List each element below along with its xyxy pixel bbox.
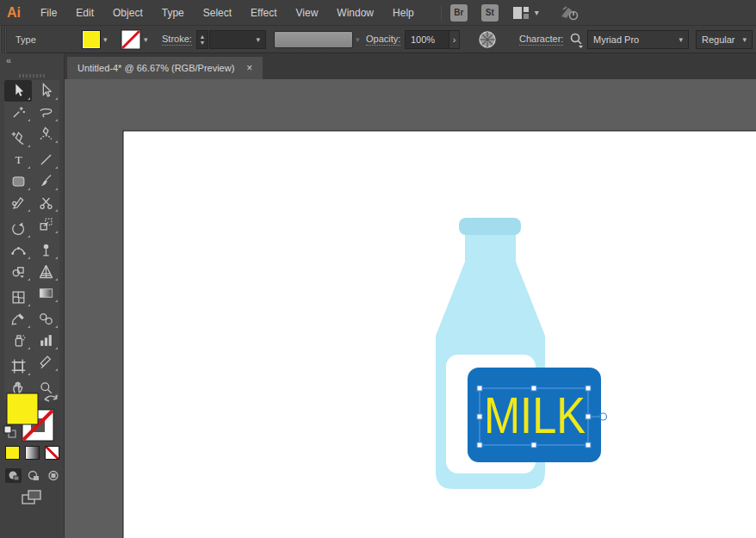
canvas[interactable]: MILK (65, 79, 756, 538)
stroke-chevron-icon[interactable]: ▾ (144, 35, 148, 44)
stroke-weight-chevron-icon[interactable]: ▾ (256, 35, 260, 44)
width-profile-dropdown[interactable]: ▾ (274, 26, 360, 53)
panel-grip[interactable] (19, 74, 45, 77)
opacity-label[interactable]: Opacity: (366, 34, 400, 46)
workspace-switcher-icon[interactable] (512, 6, 530, 20)
stroke-weight-stepper[interactable]: ▲▼ (196, 26, 208, 53)
fill-chevron-icon[interactable]: ▾ (103, 35, 108, 44)
swap-fill-stroke-icon[interactable] (45, 395, 57, 401)
screen-mode-button[interactable] (21, 489, 43, 506)
font-style-field[interactable]: Regular ▾ (696, 26, 753, 53)
selection-handle[interactable] (531, 442, 536, 448)
milk-bottle-cap[interactable] (459, 218, 521, 235)
none-mode-button[interactable] (45, 446, 59, 460)
draw-behind-button[interactable] (25, 468, 41, 483)
tool-pen[interactable] (4, 127, 32, 149)
perspective-grid-icon (38, 263, 54, 280)
font-family-chevron-icon[interactable]: ▾ (679, 35, 683, 44)
tool-mesh[interactable] (4, 287, 32, 308)
tool-eyedropper[interactable] (4, 308, 32, 330)
svg-text:T: T (15, 153, 22, 166)
selection-type-label: Type (15, 26, 36, 53)
opacity-input[interactable]: 100% (405, 30, 449, 49)
tool-rectangle[interactable] (4, 170, 32, 192)
tool-blend[interactable] (32, 308, 59, 330)
tool-type[interactable]: T (4, 149, 32, 170)
menu-edit[interactable]: Edit (68, 7, 102, 19)
selection-handle[interactable] (531, 386, 536, 391)
document-tab[interactable]: Untitled-4* @ 66.67% (RGB/Preview) × (67, 57, 263, 79)
tool-magic-wand[interactable] (4, 102, 32, 123)
tab-bar: Untitled-4* @ 66.67% (RGB/Preview) × (65, 53, 756, 79)
menu-view[interactable]: View (288, 7, 326, 19)
menu-window[interactable]: Window (329, 7, 381, 19)
tool-selection[interactable] (4, 80, 32, 102)
selection-handle[interactable] (477, 386, 482, 391)
font-family-field[interactable]: Myriad Pro ▾ (587, 26, 689, 53)
menubar-right: Br St ▾ (441, 4, 580, 22)
stroke-label[interactable]: Stroke: (162, 34, 192, 46)
menubar-separator (441, 5, 442, 21)
controlbar-grip[interactable] (0, 26, 7, 53)
selection-handle[interactable] (477, 442, 482, 448)
font-style-chevron-icon[interactable]: ▾ (742, 35, 747, 44)
tool-line-segment[interactable] (32, 149, 59, 170)
bridge-button[interactable]: Br (450, 4, 468, 22)
stepper-down-icon[interactable]: ▼ (200, 40, 206, 46)
selection-handle[interactable] (586, 442, 591, 448)
tool-scissors[interactable] (32, 192, 59, 213)
selection-handle[interactable] (477, 414, 482, 419)
menu-file[interactable]: File (33, 7, 65, 19)
tool-symbol-sprayer[interactable] (4, 330, 32, 351)
stroke-color-swatch[interactable] (121, 29, 141, 50)
stepper-up-icon[interactable]: ▲ (200, 34, 206, 40)
tool-rotate[interactable] (4, 218, 32, 239)
tool-paintbrush[interactable] (32, 170, 59, 192)
tool-curvature[interactable] (32, 123, 59, 145)
tool-perspective-grid[interactable] (32, 261, 59, 282)
profile-chevron-icon[interactable]: ▾ (356, 35, 360, 44)
menu-help[interactable]: Help (385, 7, 422, 19)
tab-close-icon[interactable]: × (246, 62, 252, 74)
menu-object[interactable]: Object (105, 7, 151, 19)
tool-pencil[interactable] (4, 192, 32, 213)
fill-color-swatch[interactable] (82, 30, 101, 49)
tool-flyout-indicator (55, 166, 58, 169)
tool-flyout-indicator (55, 140, 58, 143)
tool-direct-selection[interactable] (32, 80, 59, 102)
menu-effect[interactable]: Effect (243, 7, 284, 19)
tool-gradient[interactable] (32, 282, 59, 304)
tool-slice[interactable] (32, 351, 59, 373)
font-search-icon[interactable] (568, 26, 584, 53)
fill-color-control[interactable]: ▾ (82, 26, 108, 53)
tool-artboard[interactable] (4, 356, 32, 377)
opacity-expand-icon[interactable]: › (449, 30, 460, 49)
stroke-weight-field[interactable]: ▾ (209, 26, 266, 53)
character-label[interactable]: Character: (519, 34, 563, 46)
tool-lasso[interactable] (32, 102, 59, 123)
gradient-mode-button[interactable] (25, 446, 40, 460)
menu-type[interactable]: Type (154, 7, 192, 19)
color-mode-button[interactable] (5, 446, 20, 460)
tool-scale[interactable] (32, 213, 59, 235)
milk-text[interactable]: MILK (484, 386, 586, 444)
menu-select[interactable]: Select (195, 7, 239, 19)
recolor-artwork-icon[interactable] (477, 26, 498, 53)
stroke-color-control[interactable]: ▾ (121, 26, 148, 53)
tool-puppet-warp[interactable] (32, 239, 59, 261)
touch-workspace-icon[interactable] (558, 4, 580, 22)
selection-handle[interactable] (586, 386, 591, 391)
tool-shape-builder[interactable] (4, 261, 32, 282)
opacity-control[interactable]: 100% › (405, 26, 460, 53)
stock-button[interactable]: St (481, 4, 499, 22)
panel-collapse-icon[interactable]: « (6, 55, 11, 65)
draw-inside-button[interactable] (45, 468, 61, 483)
tool-width[interactable] (4, 239, 32, 261)
font-family-value: Myriad Pro (593, 34, 639, 45)
workspace-chevron-icon[interactable]: ▾ (535, 8, 539, 17)
draw-normal-button[interactable] (5, 468, 22, 483)
fill-indicator-swatch[interactable] (7, 393, 38, 424)
tool-column-graph[interactable] (32, 330, 59, 351)
default-fill-stroke-icon[interactable] (4, 426, 15, 437)
selection-handle[interactable] (586, 414, 591, 419)
